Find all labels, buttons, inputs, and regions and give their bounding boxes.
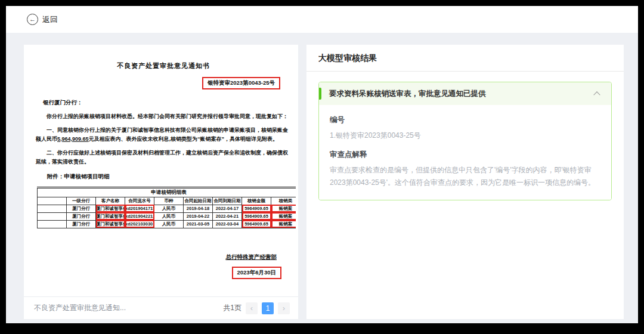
cell-contract-annotated: xd20210303012U bbox=[125, 220, 154, 228]
document-paragraph-intro: 你分行上报的呆账核销项目材料收悉。经本部门会同有关部门研究并报行领导审批同意，现… bbox=[36, 112, 291, 120]
document-number-row: 银特资审2023第0043-25号 bbox=[36, 76, 280, 89]
back-button-label: 返回 bbox=[42, 14, 58, 25]
document-paragraph-one: 一、同意核销你分行上报的关于厦门和诚智享信息科技有限公司呆账核销的申请呆账项目，… bbox=[36, 126, 291, 143]
signature-department: 总行特殊资产经营部 bbox=[226, 253, 277, 260]
cell-amount-annotated: 5964909.65 bbox=[242, 205, 271, 212]
paragraph-one-amount: 5,964,909.65 bbox=[57, 136, 89, 142]
cell-currency: 人民币 bbox=[154, 220, 184, 228]
document-title: 不良资产处置审批意见通知书 bbox=[36, 61, 291, 70]
document-footer-bar: 不良资产处置审批意见通知... 共1页 ‹ 1 › bbox=[24, 296, 298, 319]
table-header-contract: 合同流水号 bbox=[125, 197, 154, 205]
table-header-amount: 核销金额 bbox=[242, 197, 271, 205]
back-arrow-icon: ← bbox=[27, 14, 38, 25]
cell-end-date: 2022-03-04 bbox=[213, 220, 242, 228]
table-header-start: 合同起始日期 bbox=[184, 197, 213, 205]
cell-currency: 人民币 bbox=[154, 205, 184, 212]
signature-row: 总行特殊资产经营部 bbox=[36, 253, 291, 261]
table-header-branch: 一级分行 bbox=[67, 197, 96, 205]
paragraph-one-post: 元及相应表内、表外应收未收利息,核销类型为“账销案存”，具体明细详见附表。 bbox=[89, 136, 278, 142]
current-page-button[interactable]: 1 bbox=[262, 302, 274, 314]
cell-cut bbox=[38, 212, 67, 220]
review-card-body: 编号 1.银特资审2023第0043-25号 审查点解释 审查点要求检查的是编号… bbox=[319, 105, 611, 200]
cell-amount-annotated: 5964909.65 bbox=[242, 212, 271, 220]
cell-start-date: 2019-04-18 bbox=[184, 205, 213, 212]
cell-branch: 厦门分行 bbox=[67, 220, 96, 228]
cell-cut bbox=[38, 220, 67, 228]
app-window: ← 返回 不良资产处置审批意见通知书 银特资审2023第0043-25号 银行厦… bbox=[6, 6, 638, 323]
review-panel-title: 大模型审核结果 bbox=[306, 45, 624, 72]
cell-branch: 厦门分行 bbox=[67, 212, 96, 220]
table-row: 厦门分行 厦门和诚智享信息科技有限公司 xd201904171557 人民币 2… bbox=[38, 205, 296, 212]
table-header-end: 合同到期日期 bbox=[213, 197, 242, 205]
field-value-number: 1.银特资审2023第0043-25号 bbox=[330, 129, 600, 142]
back-button[interactable]: ← 返回 bbox=[27, 14, 58, 25]
status-accent-bar bbox=[319, 88, 321, 100]
page-total-label: 共1页 bbox=[223, 303, 242, 313]
chevron-left-icon[interactable]: ‹ bbox=[246, 302, 258, 314]
document-salutation: 银行厦门分行： bbox=[36, 99, 291, 107]
cell-end-date: 2022-04-21 bbox=[213, 212, 242, 220]
field-label-number: 编号 bbox=[330, 115, 600, 125]
pagination: 共1页 ‹ 1 › bbox=[223, 302, 290, 314]
cell-customer-annotated: 厦门和诚智享信息科技有限公司 bbox=[96, 212, 125, 220]
top-bar: ← 返回 bbox=[6, 6, 638, 33]
document-page: 不良资产处置审批意见通知书 银特资审2023第0043-25号 银行厦门分行： … bbox=[24, 45, 298, 279]
document-paragraph-two: 二、你分行应做好上述核销项目保密及材料归档管理工作，建立核销后资产保全和追收制度… bbox=[36, 149, 291, 166]
cell-type-annotated: 账销案 bbox=[271, 212, 296, 220]
cell-type-annotated: 账销案 bbox=[271, 220, 296, 228]
document-preview-panel: 不良资产处置审批意见通知书 银特资审2023第0043-25号 银行厦门分行： … bbox=[24, 45, 298, 319]
cell-branch: 厦门分行 bbox=[67, 205, 96, 212]
table-title-row: 申请核销明细表 bbox=[38, 187, 296, 197]
field-label-explanation: 审查点解释 bbox=[330, 150, 600, 160]
review-result-panel: 大模型审核结果 要求资料呆账核销送审表，审批意见通知已提供 编号 1.银特资审2… bbox=[306, 45, 624, 319]
chevron-up-icon[interactable] bbox=[593, 91, 600, 98]
review-result-card: 要求资料呆账核销送审表，审批意见通知已提供 编号 1.银特资审2023第0043… bbox=[318, 82, 612, 200]
table-header-currency: 币种 bbox=[154, 197, 184, 205]
document-file-name: 不良资产处置审批意见通知... bbox=[34, 303, 126, 313]
field-value-explanation: 审查点要求检查的是编号，但提供的信息中只包含了'编号'字段的内容，即'银特资审2… bbox=[330, 164, 600, 189]
cell-contract-annotated: xd201904171557 bbox=[125, 205, 154, 212]
table-row: 厦门分行 厦门和诚智享信息科技有限公司 xd201904221268 人民币 2… bbox=[38, 212, 296, 220]
review-card-header[interactable]: 要求资料呆账核销送审表，审批意见通知已提供 bbox=[319, 82, 611, 105]
table-header-customer: 客户名称 bbox=[96, 197, 125, 205]
cell-customer-annotated: 厦门和诚智享信息科技有限公司 bbox=[96, 220, 125, 228]
document-number-annotation: 银特资审2023第0043-25号 bbox=[202, 77, 280, 89]
review-card-header-text: 要求资料呆账核销送审表，审批意见通知已提供 bbox=[329, 89, 589, 99]
date-row: 2023年6月30日 bbox=[36, 266, 291, 279]
document-attachment-line: 附件：申请核销项目明细 bbox=[36, 173, 291, 181]
cell-customer-annotated: 厦门和诚智享信息科技有限公司 bbox=[96, 205, 125, 212]
writeoff-table-wrapper: 申请核销明细表 一级分行 客户名称 合同流水号 币种 合同起始日期 合同到期日期… bbox=[37, 187, 296, 228]
cell-end-date: 2022-04-17 bbox=[213, 205, 242, 212]
cell-amount-annotated: 5964909.65 bbox=[242, 220, 271, 228]
table-row: 厦门分行 厦门和诚智享信息科技有限公司 xd20210303012U 人民币 2… bbox=[38, 220, 296, 228]
table-header-row: 一级分行 客户名称 合同流水号 币种 合同起始日期 合同到期日期 核销金额 核销… bbox=[38, 197, 296, 205]
table-header-type: 核销类 bbox=[271, 197, 296, 205]
cell-start-date: 2021-03-05 bbox=[184, 220, 213, 228]
cell-type-annotated: 账销案 bbox=[271, 205, 296, 212]
cell-currency: 人民币 bbox=[154, 212, 184, 220]
table-header-cut bbox=[38, 197, 67, 205]
content-area: 不良资产处置审批意见通知书 银特资审2023第0043-25号 银行厦门分行： … bbox=[6, 33, 638, 323]
cell-contract-annotated: xd201904221268 bbox=[125, 212, 154, 220]
chevron-right-icon[interactable]: › bbox=[278, 302, 290, 314]
date-annotation: 2023年6月30日 bbox=[232, 267, 281, 279]
table-title: 申请核销明细表 bbox=[38, 187, 296, 197]
writeoff-table: 申请核销明细表 一级分行 客户名称 合同流水号 币种 合同起始日期 合同到期日期… bbox=[37, 187, 296, 228]
cell-start-date: 2019-04-22 bbox=[184, 212, 213, 220]
cell-cut bbox=[38, 205, 67, 212]
